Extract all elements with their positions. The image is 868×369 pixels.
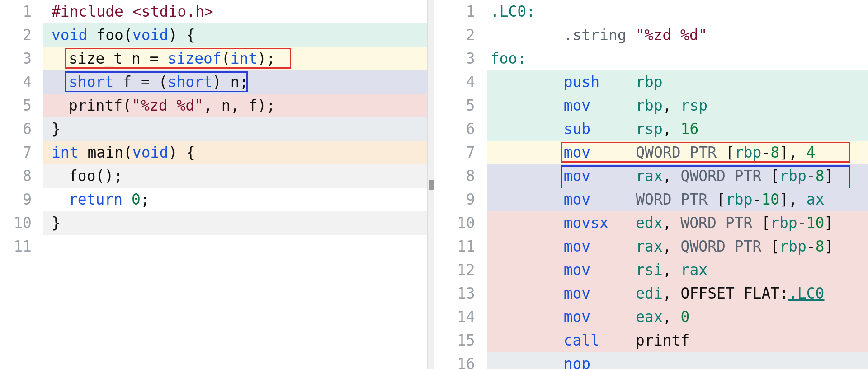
code-line[interactable]: 5printf("%zd %d", n, f); [0, 94, 427, 117]
code-token: edi [636, 282, 663, 305]
code-token: call [564, 329, 599, 352]
assembly-code[interactable]: 1.LC0:2.string "%zd %d"3foo:4pushrbp5mov… [434, 0, 868, 369]
line-content [43, 235, 427, 258]
asm-line[interactable]: 14moveax, 0 [434, 305, 868, 329]
code-token: [ [761, 235, 779, 258]
code-token: <stdio.h> [132, 0, 213, 23]
code-token [681, 141, 690, 164]
line-number: 10 [434, 211, 487, 235]
asm-line[interactable]: 5movrbp, rsp [434, 94, 868, 117]
code-token [627, 23, 636, 47]
asm-line[interactable]: 10movsxedx, WORD PTR [rbp-10] [434, 211, 868, 235]
code-line[interactable]: 4short f = (short) n; [0, 70, 427, 94]
line-content: return 0; [43, 188, 427, 211]
code-token: sub [564, 117, 591, 141]
code-token: 0 [132, 188, 141, 211]
line-content: printf("%zd %d", n, f); [43, 94, 427, 117]
code-token: PTR [689, 141, 717, 164]
asm-line[interactable]: 13movedi, OFFSET FLAT:.LC0 [434, 282, 868, 305]
code-token: PTR [726, 211, 753, 235]
asm-line[interactable]: 11movrax, QWORD PTR [rbp-8] [434, 235, 868, 258]
code-line[interactable]: 6} [0, 117, 427, 141]
line-number: 13 [434, 282, 487, 305]
asm-line[interactable]: 15callprintf [434, 329, 868, 352]
code-line[interactable]: 7int main(void) { [0, 141, 427, 164]
code-line[interactable]: 11 [0, 235, 427, 258]
code-token: PTR [681, 188, 708, 211]
code-token: size_t n = [69, 47, 168, 70]
line-content: foo: [487, 47, 868, 70]
asm-line[interactable]: 6subrsp, 16 [434, 117, 868, 141]
line-number: 3 [0, 47, 43, 70]
line-content: movsxedx, WORD PTR [rbp-10] [487, 211, 868, 235]
source-pane[interactable]: 1#include <stdio.h>2void foo(void) {3siz… [0, 0, 427, 369]
source-code[interactable]: 1#include <stdio.h>2void foo(void) {3siz… [0, 0, 427, 258]
code-token: ); [257, 47, 275, 70]
line-content: void foo(void) { [43, 23, 427, 47]
line-number: 4 [434, 70, 487, 94]
code-token: QWORD [681, 235, 726, 258]
line-content: movedi, OFFSET FLAT:.LC0 [487, 282, 868, 305]
code-token: foo( [87, 23, 132, 47]
asm-line[interactable]: 9movWORD PTR [rbp-10], ax [434, 188, 868, 211]
line-content: callprintf [487, 329, 868, 352]
divider-handle-icon[interactable] [429, 180, 434, 190]
pane-divider[interactable] [427, 0, 434, 369]
code-token: push [564, 70, 599, 94]
code-token: ( [222, 47, 231, 70]
code-token: rax [636, 235, 663, 258]
label-link[interactable]: .LC0 [788, 282, 824, 305]
code-token: "%zd %d" [132, 94, 203, 117]
code-line[interactable]: 9return 0; [0, 188, 427, 211]
code-token: rbp [636, 70, 663, 94]
code-token: return [69, 188, 123, 211]
code-line[interactable]: 10} [0, 211, 427, 235]
asm-line[interactable]: 2.string "%zd %d" [434, 23, 868, 47]
code-token: mov [564, 282, 591, 305]
asm-line[interactable]: 1.LC0: [434, 0, 868, 23]
asm-line[interactable]: 16nop [434, 352, 868, 369]
code-token: rsi [636, 258, 663, 282]
code-token: , OFFSET FLAT: [663, 282, 788, 305]
line-number: 1 [434, 0, 487, 23]
code-token: mov [564, 235, 591, 258]
code-token: ] [825, 235, 834, 258]
code-token: rbp [636, 94, 663, 117]
code-token [672, 188, 681, 211]
code-token: 8 [816, 164, 825, 188]
code-token: nop [564, 352, 591, 369]
asm-line[interactable]: 8movrax, QWORD PTR [rbp-8] [434, 164, 868, 188]
line-number: 3 [434, 47, 487, 70]
line-number: 16 [434, 352, 487, 369]
code-line[interactable]: 8foo(); [0, 164, 427, 188]
code-token: rsp [636, 117, 663, 141]
code-token [726, 164, 735, 188]
asm-line[interactable]: 3foo: [434, 47, 868, 70]
code-token: mov [564, 164, 591, 188]
code-token: , [663, 235, 681, 258]
asm-line[interactable]: 7movQWORD PTR [rbp-8], 4 [434, 141, 868, 164]
code-line[interactable]: 3size_t n = sizeof(int); [0, 47, 427, 70]
code-token: , [663, 258, 681, 282]
line-number: 5 [0, 94, 43, 117]
code-token: rbp [726, 188, 753, 211]
code-token: ; [141, 188, 150, 211]
line-content: movrbp, rsp [487, 94, 868, 117]
code-token: edx [636, 211, 663, 235]
line-number: 11 [434, 235, 487, 258]
line-content: subrsp, 16 [487, 117, 868, 141]
code-token: - [807, 235, 816, 258]
code-token: , [663, 94, 681, 117]
code-token: - [761, 141, 770, 164]
asm-line[interactable]: 4pushrbp [434, 70, 868, 94]
code-token: 8 [770, 141, 779, 164]
code-token: rbp [770, 211, 797, 235]
code-token: , [663, 117, 681, 141]
code-line[interactable]: 1#include <stdio.h> [0, 0, 427, 23]
code-token: 10 [761, 188, 779, 211]
code-token: } [52, 211, 61, 235]
assembly-pane[interactable]: 1.LC0:2.string "%zd %d"3foo:4pushrbp5mov… [434, 0, 868, 369]
line-number: 11 [0, 235, 43, 258]
asm-line[interactable]: 12movrsi, rax [434, 258, 868, 282]
code-line[interactable]: 2void foo(void) { [0, 23, 427, 47]
